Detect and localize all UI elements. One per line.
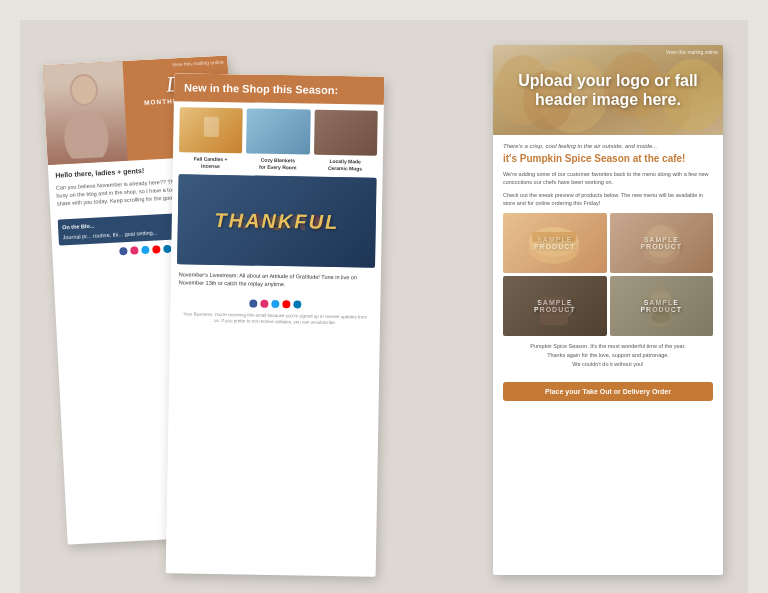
main-canvas: View this mailing online Drea's MONTHLY …: [20, 20, 748, 593]
twitter-icon-2: [271, 299, 279, 307]
instagram-icon: [130, 246, 138, 254]
youtube-icon-2: [282, 300, 290, 308]
card2-event-info: November's Livestream: All about an Atti…: [171, 264, 381, 296]
card3-body: There's a crisp, cool feeling in the air…: [493, 135, 723, 382]
email-card-shop: New in the Shop this Season: Fall Candle…: [166, 73, 385, 577]
product-candles: Fall Candles +Incense: [179, 107, 243, 169]
card2-products-row: Fall Candles +Incense Cozy Blanketsfor E…: [173, 101, 384, 178]
grid-item-3: SAMPLEPRODUCT: [503, 276, 607, 336]
facebook-icon-2: [249, 299, 257, 307]
card3-cta-button[interactable]: Place your Take Out or Delivery Order: [503, 382, 713, 401]
svg-point-18: [651, 311, 671, 323]
linkedin-icon-2: [293, 300, 301, 308]
grid-item-2: SAMPLEPRODUCT: [610, 213, 714, 273]
card3-desc2: Check out the sneak preview of products …: [503, 191, 713, 208]
twitter-icon: [141, 246, 149, 254]
svg-rect-14: [540, 297, 568, 325]
card2-social-icons: [170, 298, 380, 310]
svg-point-13: [645, 226, 677, 258]
card3-header: View this mailing online Upload your log…: [493, 45, 723, 135]
blanket-label: Cozy Blanketsfor Every Room: [246, 156, 310, 170]
product-mugs: Locally MadeCeramic Mugs: [313, 110, 377, 172]
card1-person-photo: [43, 61, 128, 165]
linkedin-icon: [163, 245, 171, 253]
candle-label: Fall Candles +Incense: [179, 155, 243, 169]
youtube-icon: [152, 245, 160, 253]
card1-view-online: View this mailing online: [172, 59, 224, 68]
grid-item-4: SAMPLEPRODUCT: [610, 276, 714, 336]
svg-rect-11: [532, 232, 576, 242]
card3-teaser: There's a crisp, cool feeling in the air…: [503, 143, 713, 149]
thankful-text: THANKFUL: [214, 208, 339, 233]
svg-point-1: [63, 109, 110, 160]
footer-line3: We couldn't do it without you!: [572, 361, 643, 367]
card3-title: it's Pumpkin Spice Season at the cafe!: [503, 152, 713, 165]
card3-desc1: We're adding some of our customer favori…: [503, 170, 713, 187]
card3-view-online: View this mailing online: [666, 49, 718, 55]
instagram-icon-2: [260, 299, 268, 307]
email-card-pumpkin: View this mailing online Upload your log…: [493, 45, 723, 575]
card3-header-title: Upload your logo or fallheader image her…: [518, 71, 698, 109]
card3-footer-text: Pumpkin Spice Season. It's the most wond…: [503, 342, 713, 368]
card2-header-title: New in the Shop this Season:: [184, 81, 374, 96]
card3-header-text-area: Upload your logo or fallheader image her…: [518, 71, 698, 109]
card2-footer: Your Business. You're receiving this ema…: [170, 311, 380, 333]
grid-item-1: SAMPLEPRODUCT: [503, 213, 607, 273]
card2-thankful-banner: 🍂🍁🎃🍂🍁 THANKFUL: [177, 174, 377, 267]
product-blankets: Cozy Blanketsfor Every Room: [246, 108, 310, 170]
card2-header: New in the Shop this Season:: [174, 73, 384, 105]
footer-line2: Thanks again for the love, support and p…: [547, 352, 669, 358]
facebook-icon: [119, 247, 127, 255]
footer-line1: Pumpkin Spice Season. It's the most wond…: [530, 343, 685, 349]
mug-image: [314, 110, 378, 156]
blanket-image: [246, 108, 310, 154]
mug-label: Locally MadeCeramic Mugs: [313, 158, 377, 172]
card3-product-grid: SAMPLEPRODUCT SAMPLEPRODUCT: [503, 213, 713, 336]
candle-image: [179, 107, 243, 153]
